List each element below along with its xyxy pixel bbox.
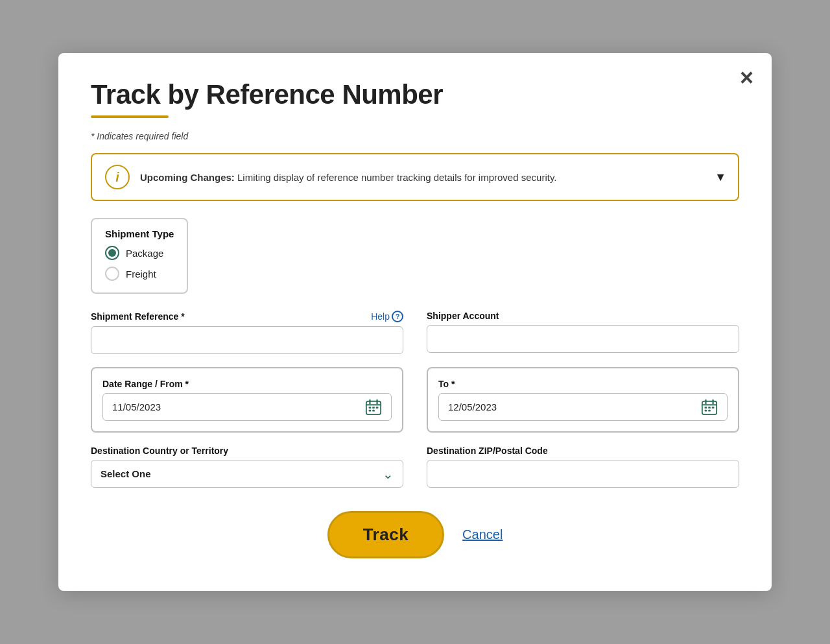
- destination-country-field: Destination Country or Territory Select …: [91, 446, 403, 488]
- date-range-to-field: To *: [427, 367, 739, 433]
- shipper-account-input[interactable]: [427, 325, 739, 353]
- chevron-down-icon: ⌄: [374, 466, 403, 482]
- calendar-from-icon[interactable]: [356, 399, 391, 416]
- destination-country-select[interactable]: Select One ⌄: [91, 460, 403, 488]
- help-icon: ?: [392, 311, 403, 322]
- calendar-to-icon[interactable]: [692, 399, 727, 416]
- radio-freight[interactable]: Freight: [105, 267, 174, 281]
- info-icon: i: [105, 165, 130, 189]
- shipment-reference-input[interactable]: [91, 326, 403, 354]
- svg-rect-15: [712, 407, 715, 409]
- svg-rect-7: [369, 409, 372, 411]
- date-to-input[interactable]: [439, 394, 692, 420]
- shipment-type-label: Shipment Type: [105, 228, 174, 239]
- info-banner-text: Upcoming Changes: Limiting display of re…: [140, 172, 725, 183]
- shipment-type-radio-group: Package Freight: [105, 246, 174, 281]
- destination-zip-field: Destination ZIP/Postal Code: [427, 446, 739, 488]
- svg-rect-4: [369, 407, 372, 409]
- svg-rect-13: [705, 407, 707, 409]
- destination-country-value: Select One: [91, 460, 374, 487]
- shipment-reference-label: Shipment Reference * Help ?: [91, 311, 403, 322]
- cancel-button[interactable]: Cancel: [462, 527, 503, 542]
- radio-package-label: Package: [126, 248, 163, 259]
- close-button[interactable]: ×: [740, 66, 753, 89]
- date-to-wrapper: [438, 393, 728, 421]
- shipment-reference-field: Shipment Reference * Help ?: [91, 311, 403, 354]
- date-range-from-field: Date Range / From *: [91, 367, 403, 433]
- svg-rect-5: [372, 407, 375, 409]
- shipper-account-label: Shipper Account: [427, 311, 739, 321]
- svg-rect-8: [372, 409, 375, 411]
- form-actions: Track Cancel: [91, 511, 739, 558]
- info-banner: i Upcoming Changes: Limiting display of …: [91, 153, 739, 201]
- help-link[interactable]: Help ?: [371, 311, 403, 322]
- date-range-from-label: Date Range / From *: [102, 379, 392, 389]
- shipper-account-field: Shipper Account: [427, 311, 739, 354]
- title-underline: [91, 115, 169, 118]
- svg-rect-6: [376, 407, 379, 409]
- destination-zip-label: Destination ZIP/Postal Code: [427, 446, 739, 456]
- chevron-down-icon[interactable]: ▼: [715, 171, 726, 184]
- date-from-input[interactable]: [103, 394, 356, 420]
- svg-rect-17: [708, 409, 711, 411]
- modal-title: Track by Reference Number: [91, 79, 739, 110]
- required-note: * Indicates required field: [91, 131, 739, 141]
- destination-country-label: Destination Country or Territory: [91, 446, 403, 456]
- radio-freight-label: Freight: [126, 268, 156, 280]
- date-range-to-label: To *: [438, 379, 728, 389]
- track-button[interactable]: Track: [327, 511, 444, 558]
- radio-package-circle: [105, 246, 119, 260]
- date-from-wrapper: [102, 393, 392, 421]
- form-grid: Shipment Reference * Help ? Shipper Acco…: [91, 311, 739, 488]
- radio-freight-circle: [105, 267, 119, 281]
- shipment-type-box: Shipment Type Package Freight: [91, 218, 188, 294]
- svg-rect-16: [705, 409, 707, 411]
- modal-container: × Track by Reference Number * Indicates …: [58, 53, 772, 591]
- destination-zip-input[interactable]: [427, 460, 739, 488]
- svg-rect-14: [708, 407, 711, 409]
- radio-package[interactable]: Package: [105, 246, 174, 260]
